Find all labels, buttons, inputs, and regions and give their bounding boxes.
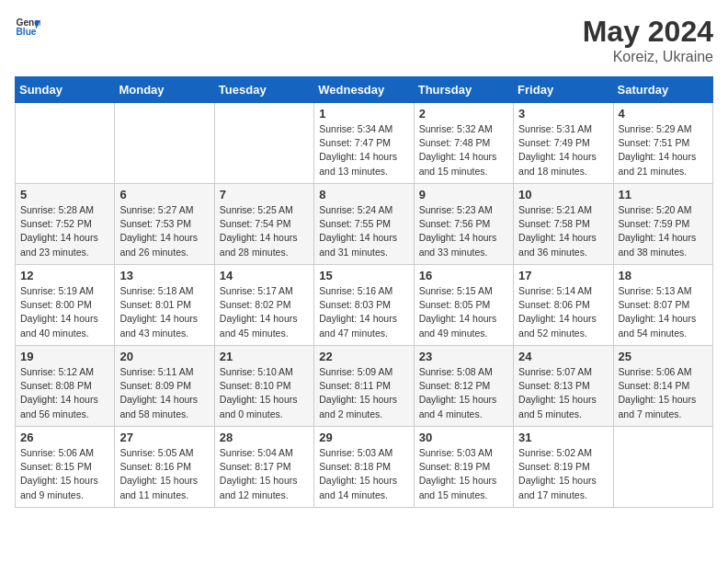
calendar-day-cell: 24Sunrise: 5:07 AM Sunset: 8:13 PM Dayli… [514,346,613,427]
calendar-day-cell: 18Sunrise: 5:13 AM Sunset: 8:07 PM Dayli… [613,265,712,346]
header-tuesday: Tuesday [214,77,313,103]
day-info: Sunrise: 5:06 AM Sunset: 8:15 PM Dayligh… [20,446,109,502]
calendar-day-cell: 6Sunrise: 5:27 AM Sunset: 7:53 PM Daylig… [115,184,214,265]
day-number: 21 [220,350,309,363]
day-number: 18 [619,269,708,282]
day-info: Sunrise: 5:15 AM Sunset: 8:05 PM Dayligh… [419,284,508,340]
day-number: 31 [518,431,608,444]
day-info: Sunrise: 5:10 AM Sunset: 8:10 PM Dayligh… [220,365,309,421]
day-number: 26 [20,431,109,444]
day-number: 1 [319,107,408,121]
day-info: Sunrise: 5:27 AM Sunset: 7:53 PM Dayligh… [119,203,209,259]
day-number: 7 [220,188,309,201]
calendar-day-cell: 11Sunrise: 5:20 AM Sunset: 7:59 PM Dayli… [613,184,712,265]
calendar-day-cell: 3Sunrise: 5:31 AM Sunset: 7:49 PM Daylig… [514,103,613,184]
day-number: 9 [419,188,508,201]
day-info: Sunrise: 5:11 AM Sunset: 8:09 PM Dayligh… [119,365,209,421]
day-info: Sunrise: 5:14 AM Sunset: 8:06 PM Dayligh… [518,284,608,340]
header-sunday: Sunday [16,77,115,103]
calendar-day-cell: 30Sunrise: 5:03 AM Sunset: 8:19 PM Dayli… [414,427,513,508]
calendar-day-cell [115,103,214,184]
calendar-location: Koreiz, Ukraine [583,49,713,65]
svg-text:Blue: Blue [17,27,37,37]
day-info: Sunrise: 5:23 AM Sunset: 7:56 PM Dayligh… [419,203,508,259]
page-header: General Blue May 2024 Koreiz, Ukraine [15,15,713,65]
calendar-day-cell: 27Sunrise: 5:05 AM Sunset: 8:16 PM Dayli… [115,427,214,508]
day-number: 23 [419,350,508,363]
day-info: Sunrise: 5:18 AM Sunset: 8:01 PM Dayligh… [119,284,209,340]
calendar-day-cell: 28Sunrise: 5:04 AM Sunset: 8:17 PM Dayli… [214,427,313,508]
calendar-day-cell: 23Sunrise: 5:08 AM Sunset: 8:12 PM Dayli… [414,346,513,427]
day-number: 19 [20,350,109,363]
calendar-day-cell: 22Sunrise: 5:09 AM Sunset: 8:11 PM Dayli… [314,346,414,427]
day-info: Sunrise: 5:24 AM Sunset: 7:55 PM Dayligh… [319,203,408,259]
calendar-day-cell: 14Sunrise: 5:17 AM Sunset: 8:02 PM Dayli… [214,265,313,346]
weekday-header-row: SundayMondayTuesdayWednesdayThursdayFrid… [16,77,713,103]
header-monday: Monday [115,77,214,103]
day-number: 8 [319,188,408,201]
day-number: 4 [619,107,708,121]
day-info: Sunrise: 5:03 AM Sunset: 8:18 PM Dayligh… [319,446,408,502]
calendar-day-cell: 12Sunrise: 5:19 AM Sunset: 8:00 PM Dayli… [16,265,115,346]
calendar-day-cell: 10Sunrise: 5:21 AM Sunset: 7:58 PM Dayli… [514,184,613,265]
day-info: Sunrise: 5:21 AM Sunset: 7:58 PM Dayligh… [518,203,608,259]
header-wednesday: Wednesday [314,77,414,103]
header-friday: Friday [514,77,613,103]
day-info: Sunrise: 5:28 AM Sunset: 7:52 PM Dayligh… [20,203,109,259]
calendar-day-cell: 5Sunrise: 5:28 AM Sunset: 7:52 PM Daylig… [16,184,115,265]
day-number: 13 [119,269,209,282]
day-info: Sunrise: 5:05 AM Sunset: 8:16 PM Dayligh… [119,446,209,502]
day-number: 2 [419,107,508,121]
day-number: 25 [619,350,708,363]
day-number: 14 [220,269,309,282]
day-number: 24 [518,350,608,363]
day-info: Sunrise: 5:31 AM Sunset: 7:49 PM Dayligh… [518,122,608,178]
day-info: Sunrise: 5:19 AM Sunset: 8:00 PM Dayligh… [20,284,109,340]
calendar-day-cell: 1Sunrise: 5:34 AM Sunset: 7:47 PM Daylig… [314,103,414,184]
calendar-day-cell: 2Sunrise: 5:32 AM Sunset: 7:48 PM Daylig… [414,103,513,184]
day-info: Sunrise: 5:09 AM Sunset: 8:11 PM Dayligh… [319,365,408,421]
calendar-day-cell: 13Sunrise: 5:18 AM Sunset: 8:01 PM Dayli… [115,265,214,346]
day-number: 30 [419,431,508,444]
calendar-day-cell [214,103,313,184]
calendar-table: SundayMondayTuesdayWednesdayThursdayFrid… [15,76,713,508]
calendar-day-cell: 17Sunrise: 5:14 AM Sunset: 8:06 PM Dayli… [514,265,613,346]
day-number: 11 [619,188,708,201]
calendar-day-cell: 21Sunrise: 5:10 AM Sunset: 8:10 PM Dayli… [214,346,313,427]
calendar-week-row: 19Sunrise: 5:12 AM Sunset: 8:08 PM Dayli… [16,346,713,427]
title-block: May 2024 Koreiz, Ukraine [583,15,713,65]
calendar-day-cell: 29Sunrise: 5:03 AM Sunset: 8:18 PM Dayli… [314,427,414,508]
calendar-day-cell: 4Sunrise: 5:29 AM Sunset: 7:51 PM Daylig… [613,103,712,184]
day-info: Sunrise: 5:02 AM Sunset: 8:19 PM Dayligh… [518,446,608,502]
day-info: Sunrise: 5:25 AM Sunset: 7:54 PM Dayligh… [220,203,309,259]
calendar-day-cell: 25Sunrise: 5:06 AM Sunset: 8:14 PM Dayli… [613,346,712,427]
calendar-day-cell: 26Sunrise: 5:06 AM Sunset: 8:15 PM Dayli… [16,427,115,508]
header-thursday: Thursday [414,77,513,103]
calendar-day-cell: 15Sunrise: 5:16 AM Sunset: 8:03 PM Dayli… [314,265,414,346]
day-info: Sunrise: 5:06 AM Sunset: 8:14 PM Dayligh… [619,365,708,421]
calendar-day-cell [16,103,115,184]
day-number: 10 [518,188,608,201]
calendar-day-cell [613,427,712,508]
calendar-day-cell: 20Sunrise: 5:11 AM Sunset: 8:09 PM Dayli… [115,346,214,427]
day-info: Sunrise: 5:03 AM Sunset: 8:19 PM Dayligh… [419,446,508,502]
calendar-day-cell: 19Sunrise: 5:12 AM Sunset: 8:08 PM Dayli… [16,346,115,427]
day-info: Sunrise: 5:29 AM Sunset: 7:51 PM Dayligh… [619,122,708,178]
day-info: Sunrise: 5:20 AM Sunset: 7:59 PM Dayligh… [619,203,708,259]
logo-icon: General Blue [15,15,40,40]
day-number: 6 [119,188,209,201]
day-number: 15 [319,269,408,282]
day-number: 12 [20,269,109,282]
day-number: 27 [119,431,209,444]
calendar-day-cell: 8Sunrise: 5:24 AM Sunset: 7:55 PM Daylig… [314,184,414,265]
calendar-week-row: 26Sunrise: 5:06 AM Sunset: 8:15 PM Dayli… [16,427,713,508]
day-number: 16 [419,269,508,282]
header-saturday: Saturday [613,77,712,103]
day-number: 22 [319,350,408,363]
day-number: 3 [518,107,608,121]
day-info: Sunrise: 5:32 AM Sunset: 7:48 PM Dayligh… [419,122,508,178]
calendar-day-cell: 31Sunrise: 5:02 AM Sunset: 8:19 PM Dayli… [514,427,613,508]
day-info: Sunrise: 5:34 AM Sunset: 7:47 PM Dayligh… [319,122,408,178]
day-number: 5 [20,188,109,201]
day-info: Sunrise: 5:08 AM Sunset: 8:12 PM Dayligh… [419,365,508,421]
